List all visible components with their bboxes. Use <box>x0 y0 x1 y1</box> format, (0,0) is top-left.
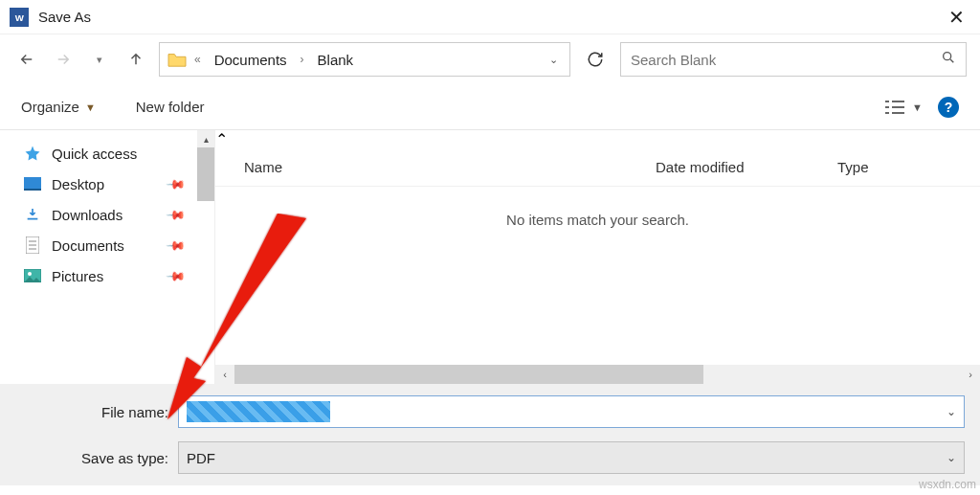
chevron-down-icon[interactable]: ⌄ <box>947 451 956 464</box>
filename-label: File name: <box>0 404 178 420</box>
toolbar: Organize ▼ New folder ▼ ? <box>0 84 980 130</box>
sidebar-label: Desktop <box>52 176 104 192</box>
filename-value-redacted <box>187 401 330 422</box>
breadcrumb-blank[interactable]: Blank <box>310 52 362 68</box>
window-title: Save As <box>38 9 91 25</box>
sidebar-label: Pictures <box>52 268 103 284</box>
filename-input[interactable]: ⌄ <box>178 395 965 428</box>
file-list: ⌃ Name Date modified Type No items match… <box>214 130 980 384</box>
new-folder-button[interactable]: New folder <box>136 99 205 115</box>
scroll-thumb[interactable] <box>234 365 703 384</box>
svg-rect-9 <box>24 177 41 189</box>
sidebar-label: Downloads <box>52 207 122 223</box>
star-icon <box>23 145 42 162</box>
close-button[interactable]: ✕ <box>943 6 970 29</box>
save-as-type-select[interactable]: PDF ⌄ <box>178 441 965 474</box>
save-as-type-value: PDF <box>187 450 215 466</box>
svg-rect-10 <box>24 189 41 191</box>
sidebar-label: Documents <box>52 237 124 254</box>
svg-text:W: W <box>15 11 25 22</box>
sidebar-item-quick-access[interactable]: Quick access <box>17 138 214 169</box>
navigation-bar: ▾ « Documents › Blank ⌄ <box>0 34 980 84</box>
column-headers: Name Date modified Type <box>215 148 980 187</box>
sidebar-label: Quick access <box>52 146 137 162</box>
column-date[interactable]: Date modified <box>656 159 837 175</box>
save-as-type-label: Save as type: <box>0 450 178 466</box>
sidebar-item-downloads[interactable]: Downloads 📌 <box>17 199 214 230</box>
save-form: File name: ⌄ Save as type: PDF ⌄ <box>0 384 980 485</box>
scroll-up-button[interactable]: ▴ <box>197 130 214 147</box>
search-icon[interactable] <box>941 50 956 69</box>
view-options-button[interactable]: ▼ <box>883 99 923 116</box>
scroll-left-icon[interactable]: ‹ <box>215 365 234 384</box>
column-name[interactable]: Name <box>244 159 656 175</box>
pin-icon: 📌 <box>166 235 187 256</box>
pin-icon: 📌 <box>166 204 187 225</box>
sidebar-item-pictures[interactable]: Pictures 📌 <box>17 260 214 291</box>
chevron-down-icon[interactable]: ⌄ <box>947 405 956 418</box>
svg-point-2 <box>944 53 951 60</box>
search-input[interactable] <box>631 52 941 68</box>
recent-dropdown[interactable]: ▾ <box>86 46 113 73</box>
breadcrumb-documents[interactable]: Documents <box>207 52 295 68</box>
chevron-right-icon: › <box>301 53 304 66</box>
details-view-icon <box>883 99 906 116</box>
empty-message: No items match your search. <box>215 187 980 228</box>
word-app-icon: W <box>10 8 29 27</box>
forward-button[interactable] <box>50 46 77 73</box>
sort-indicator-icon: ⌃ <box>215 130 980 148</box>
organize-menu[interactable]: Organize ▼ <box>21 99 96 115</box>
sidebar-item-desktop[interactable]: Desktop 📌 <box>17 169 214 199</box>
main-area: ▴ Quick access Desktop 📌 Downloads 📌 Doc… <box>0 130 980 384</box>
refresh-button[interactable] <box>580 44 611 75</box>
pictures-icon <box>23 267 42 284</box>
folder-icon <box>166 48 189 71</box>
address-dropdown[interactable]: ⌄ <box>544 54 564 66</box>
downloads-icon <box>23 206 42 223</box>
search-box[interactable] <box>620 42 967 77</box>
back-button[interactable] <box>13 46 40 73</box>
up-button[interactable] <box>122 46 149 73</box>
pin-icon: 📌 <box>166 173 187 194</box>
horizontal-scrollbar[interactable]: ‹ › <box>215 365 980 384</box>
breadcrumb-prefix: « <box>194 53 201 66</box>
title-bar: W Save As ✕ <box>0 0 980 34</box>
navigation-pane: ▴ Quick access Desktop 📌 Downloads 📌 Doc… <box>0 130 214 384</box>
scrollbar-thumb[interactable] <box>197 147 214 201</box>
column-type[interactable]: Type <box>837 159 869 175</box>
documents-icon <box>23 236 42 254</box>
scroll-right-icon[interactable]: › <box>961 365 980 384</box>
pin-icon: 📌 <box>166 265 187 286</box>
sidebar-item-documents[interactable]: Documents 📌 <box>17 230 214 260</box>
watermark: wsxdn.com <box>919 478 976 491</box>
chevron-down-icon: ▼ <box>912 101 923 113</box>
scroll-track[interactable] <box>234 365 961 384</box>
chevron-down-icon: ▼ <box>85 101 96 113</box>
organize-label: Organize <box>21 99 79 115</box>
desktop-icon <box>23 175 42 192</box>
help-button[interactable]: ? <box>938 97 959 118</box>
address-bar[interactable]: « Documents › Blank ⌄ <box>159 42 570 77</box>
svg-point-16 <box>28 272 32 276</box>
